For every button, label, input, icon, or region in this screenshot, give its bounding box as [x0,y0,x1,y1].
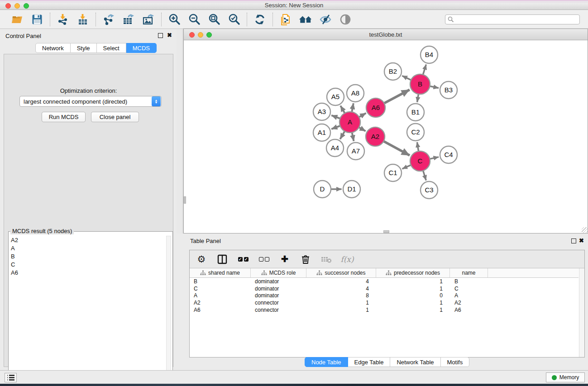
table-cell[interactable]: A [190,292,251,299]
zoom-network-icon[interactable] [206,32,212,38]
table-cell[interactable]: A2 [190,300,251,306]
float-table-panel-icon[interactable] [571,238,576,243]
delete-column-icon[interactable] [300,254,311,265]
node-A8[interactable]: A8 [347,85,364,102]
table-row[interactable]: Bdominator41B [190,278,578,285]
mcds-result-item[interactable]: B [9,252,166,260]
table-cell[interactable]: C [450,286,488,292]
open-session-icon[interactable] [10,13,24,26]
table-cell[interactable]: 0 [376,292,450,299]
node-B4[interactable]: B4 [421,46,438,63]
mcds-result-item[interactable]: A [9,244,166,252]
node-D1[interactable]: D1 [343,181,360,198]
deselect-all-icon[interactable] [258,254,269,265]
table-header-row[interactable]: shared nameMCDS rolesuccessor nodesprede… [190,268,578,278]
node-B2[interactable]: B2 [384,63,402,80]
edge-B-B4[interactable] [423,64,426,75]
table-cell[interactable]: A6 [190,307,251,313]
node-C2[interactable]: C2 [407,124,424,141]
tab-network-table[interactable]: Network Table [390,357,440,367]
mcds-list-scrollbar[interactable] [166,236,171,386]
tab-style[interactable]: Style [71,43,97,53]
task-history-button[interactable] [5,373,17,382]
save-session-icon[interactable] [30,13,44,26]
table-cell[interactable]: A6 [450,307,488,313]
close-panel-button[interactable]: Close panel [91,112,139,122]
table-cell[interactable]: connector [251,307,306,313]
node-A3[interactable]: A3 [313,103,330,120]
table-cell[interactable]: dominator [251,292,306,299]
mcds-result-item[interactable]: C [9,260,166,268]
duplicate-network-icon[interactable] [279,13,292,26]
zoom-fit-icon[interactable] [207,13,221,26]
export-network-icon[interactable] [102,13,115,26]
table-settings-icon[interactable]: ⚙ [196,254,207,265]
close-panel-icon[interactable]: ✖ [167,33,172,38]
table-cell[interactable]: 8 [306,292,376,299]
zoom-in-icon[interactable] [167,13,181,26]
select-all-icon[interactable]: ✓✓ [238,254,249,265]
mcds-result-list[interactable]: A2ABCA6 [9,236,166,386]
table-cell[interactable]: 1 [306,300,376,306]
minimize-network-icon[interactable] [198,32,203,38]
export-table-icon[interactable] [122,13,135,26]
tab-select[interactable]: Select [97,43,126,53]
column-header-shared-name[interactable]: shared name [190,268,251,277]
vertical-scrollbar-thumb[interactable] [184,196,186,204]
table-scrollbar-track[interactable] [579,268,584,357]
mcds-result-item[interactable]: A6 [9,268,166,276]
edge-A2-C[interactable] [383,141,410,155]
column-header-MCDS-role[interactable]: MCDS role [251,268,306,277]
edge-A-A3[interactable] [331,115,341,119]
node-A1[interactable]: A1 [313,124,330,141]
window-controls[interactable] [5,3,29,9]
hide-panels-icon[interactable] [319,13,332,26]
refresh-view-icon[interactable] [253,13,267,26]
tab-node-table[interactable]: Node Table [305,357,348,367]
tab-motifs[interactable]: Motifs [441,357,470,367]
table-cell[interactable]: 1 [376,307,450,313]
run-mcds-button[interactable]: Run MCDS [42,112,86,122]
column-header-successor-nodes[interactable]: successor nodes [306,268,376,277]
export-image-icon[interactable] [142,13,155,26]
table-cell[interactable]: C [190,286,251,292]
mcds-result-item[interactable]: A2 [9,236,166,244]
float-panel-icon[interactable] [158,33,163,38]
zoom-window-icon[interactable] [24,3,29,9]
table-cell[interactable]: connector [251,300,306,306]
table-cell[interactable]: 1 [376,278,450,285]
delete-table-icon[interactable] [321,254,332,265]
show-panels-icon[interactable] [339,13,352,26]
network-graph[interactable]: AA6A2BCA5A8A3A1A4A7B2B4B3B1C2C4C1C3DD1 [184,40,588,233]
edge-A-A1[interactable] [331,125,341,129]
node-C[interactable]: C [410,151,430,171]
edge-A-A4[interactable] [340,130,345,139]
tab-network[interactable]: Network [35,43,71,53]
table-cell[interactable]: 1 [376,300,450,306]
node-A7[interactable]: A7 [347,143,364,160]
node-A2[interactable]: A2 [366,127,385,146]
table-cell[interactable]: A2 [450,300,488,306]
close-window-icon[interactable] [5,3,11,9]
node-A5[interactable]: A5 [327,88,344,105]
node-B1[interactable]: B1 [407,104,424,121]
node-B[interactable]: B [410,74,430,94]
window-resize-grip[interactable] [582,227,588,233]
minimize-window-icon[interactable] [14,3,20,9]
search-input[interactable] [445,14,580,24]
edge-B-B2[interactable] [402,76,412,80]
node-C4[interactable]: C4 [440,146,457,163]
edge-C-C1[interactable] [402,165,412,169]
table-cell[interactable]: 1 [306,307,376,313]
node-A6[interactable]: A6 [366,98,385,117]
table-cell[interactable]: 4 [306,278,376,285]
table-cell[interactable]: 4 [306,286,376,292]
table-cell[interactable]: dominator [251,278,306,285]
import-table-icon[interactable] [76,13,90,26]
table-row[interactable]: Cdominator41C [190,285,578,292]
tab-mcds[interactable]: MCDS [126,43,157,53]
edge-A-A7[interactable] [352,132,354,141]
edge-B-B3[interactable] [429,86,439,88]
zoom-selected-icon[interactable] [227,13,241,26]
tab-edge-table[interactable]: Edge Table [348,357,391,367]
